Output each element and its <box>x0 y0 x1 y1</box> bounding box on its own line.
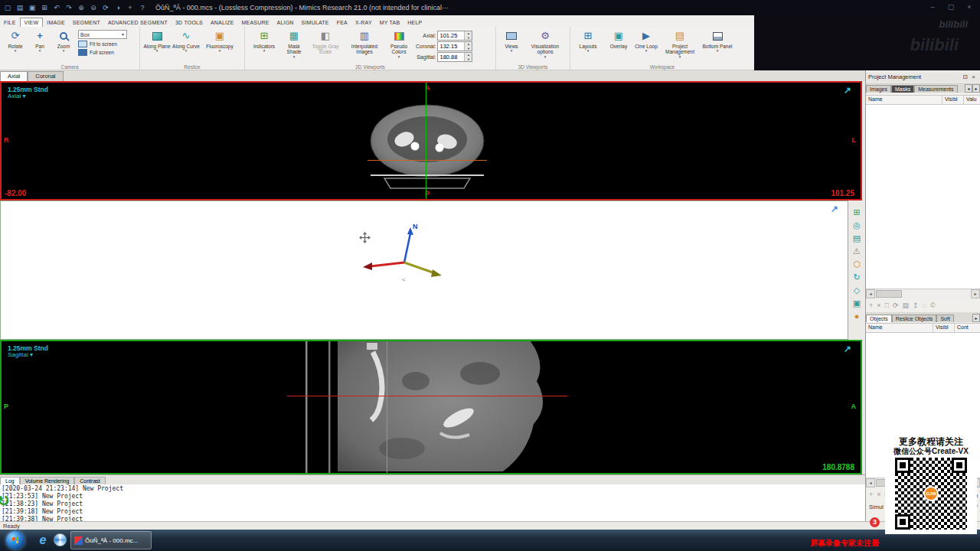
along-plane-button[interactable]: Along Plane <box>142 28 172 54</box>
plane-selector[interactable]: Sagittal ▾ <box>8 351 33 358</box>
fluoroscopy-button[interactable]: ▣ Fluoroscopy <box>201 28 239 54</box>
warning-icon[interactable]: ⚠ <box>853 246 861 257</box>
internet-explorer-icon[interactable]: e <box>35 533 51 548</box>
threed-viewport[interactable]: ↗ N < <box>0 201 848 340</box>
tab-analyze[interactable]: ANALIZE <box>207 18 238 27</box>
duplicate-item-icon[interactable]: □ <box>885 302 889 309</box>
top-pane-hscrollbar[interactable]: ◂ ▸ <box>866 289 980 298</box>
cine-loop-button[interactable]: ▶ Cine Loop <box>634 28 658 54</box>
spin-down-icon[interactable]: ▼ <box>465 57 472 62</box>
tab-segment[interactable]: SEGMENT <box>69 18 104 27</box>
new-file-icon[interactable]: ▢ <box>2 2 13 13</box>
maximize-viewport-icon[interactable]: ↗ <box>844 344 851 354</box>
save-icon[interactable]: ▣ <box>27 2 38 13</box>
minimize-button[interactable]: – <box>923 1 942 13</box>
close-panel-icon[interactable]: × <box>969 73 978 80</box>
grid-layout-icon[interactable]: ⊞ <box>853 207 860 218</box>
camera-mode-combobox[interactable]: Box ▼ <box>78 30 127 39</box>
refresh-icon[interactable]: ↻ <box>853 272 860 283</box>
notification-badge[interactable]: 3 <box>870 517 880 527</box>
column-visible[interactable]: Visibl <box>942 96 964 104</box>
tab-scroll-right-icon[interactable]: ▸ <box>972 84 980 93</box>
spin-down-icon[interactable]: ▼ <box>465 47 472 51</box>
viewport-tab-coronal[interactable]: Coronal <box>28 71 63 81</box>
along-curve-button[interactable]: ∿ Along Curve <box>172 28 201 54</box>
redo-icon[interactable]: ↷ <box>64 2 74 13</box>
column-value[interactable]: Valu <box>964 96 980 104</box>
plane-selector[interactable]: Axial ▾ <box>8 93 26 99</box>
sagittal-position-input[interactable] <box>438 53 464 61</box>
open-file-icon[interactable]: ▤ <box>15 2 25 13</box>
zoom-in-icon[interactable]: ⊕ <box>76 2 87 13</box>
column-name[interactable]: Name <box>866 96 942 104</box>
zoom-out-icon[interactable]: ⊖ <box>88 2 99 13</box>
print-view-icon[interactable]: ▤ <box>853 233 861 244</box>
full-screen-button[interactable]: Full screen <box>78 49 127 56</box>
maximize-button[interactable]: ▢ <box>942 1 960 13</box>
tab-reslice-objects[interactable]: Reslice Objects <box>892 315 937 322</box>
coronal-plane-indicator-line[interactable] <box>368 160 487 161</box>
add-item-icon[interactable]: + <box>869 302 873 309</box>
sagittal-plane-indicator-line[interactable] <box>426 83 426 199</box>
overlay-button[interactable]: ▣ Overlay <box>603 28 634 50</box>
tab-scroll-left-icon[interactable]: ◂ <box>965 84 972 93</box>
refresh-item-icon[interactable]: ⟳ <box>893 302 899 309</box>
contrast-tool-icon[interactable]: ◑ <box>113 2 123 13</box>
delete-item-icon[interactable]: × <box>877 491 880 498</box>
coronal-plane-indicator-line[interactable] <box>387 341 387 473</box>
interpolated-images-button[interactable]: ▥ Interpolated Images <box>344 28 385 56</box>
print-icon[interactable]: ⊞ <box>39 2 50 13</box>
layouts-button[interactable]: ⊞ Layouts <box>573 28 603 54</box>
bottom-panel-button[interactable]: Bottom Panel <box>701 28 733 54</box>
tab-fea[interactable]: FEA <box>333 18 351 27</box>
properties-icon[interactable]: ▤ <box>903 302 910 309</box>
sagittal-viewport[interactable]: 1.25mm Stnd Sagittal ▾ ↗ T B P A 180.878… <box>0 340 862 474</box>
start-button[interactable] <box>6 531 24 549</box>
undo-icon[interactable]: ↶ <box>51 2 62 13</box>
help-icon[interactable]: ? <box>137 2 148 13</box>
column-contrast[interactable]: Cont <box>955 324 980 332</box>
spin-down-icon[interactable]: ▼ <box>465 36 472 41</box>
tab-scroll-right-icon[interactable]: ▸ <box>972 314 980 322</box>
rotate-tool-icon[interactable]: ⟳ <box>100 2 111 13</box>
tab-objects[interactable]: Objects <box>866 315 892 322</box>
tab-images[interactable]: Images <box>866 85 891 93</box>
mask-shade-button[interactable]: ▦ Mask Shade <box>281 28 307 60</box>
scroll-left-icon[interactable]: ◂ <box>866 289 875 298</box>
column-visible[interactable]: Visibl <box>933 324 955 332</box>
scrollbar-thumb[interactable] <box>876 290 902 298</box>
crosshair-tool-icon[interactable]: + <box>125 2 136 13</box>
drop-tool-icon[interactable]: ● <box>854 311 860 322</box>
coronal-position-input[interactable] <box>438 42 464 51</box>
toggle-gray-scale-button[interactable]: ◧ Toggle Gray Scale <box>307 28 344 56</box>
views-button[interactable]: Views <box>498 28 524 54</box>
diamond-tool-icon[interactable]: ◇ <box>854 285 860 296</box>
tab-xray[interactable]: X-RAY <box>351 18 376 27</box>
tab-align[interactable]: ALIGN <box>273 18 298 27</box>
add-item-icon[interactable]: + <box>869 491 873 498</box>
axial-viewport[interactable]: 1.25mm Stnd Axial ▾ ↗ A P R L -82.00 101… <box>0 81 862 201</box>
tab-3d-tools[interactable]: 3D TOOLS <box>172 18 207 27</box>
tab-measure[interactable]: MEASURE <box>238 18 273 27</box>
indicators-button[interactable]: ⊞ Indicators <box>247 28 281 54</box>
browser-swirl-icon[interactable] <box>54 533 67 546</box>
tab-soft-tissue[interactable]: Soft <box>936 315 953 322</box>
masks-list[interactable] <box>866 105 980 289</box>
fit-to-screen-button[interactable]: Fit to screen <box>78 41 127 47</box>
export-item-icon[interactable]: ↥ <box>913 302 919 309</box>
tab-image[interactable]: IMAGE <box>43 18 69 27</box>
tab-simulate[interactable]: SIMULATE <box>298 18 333 27</box>
zoom-button[interactable]: Zoom <box>51 28 76 54</box>
tab-file[interactable]: FILE <box>0 18 20 27</box>
column-name[interactable]: Name <box>866 324 933 332</box>
taskbar-task-mimics[interactable]: ÕûÑ_ªÂ - 000.mc... <box>70 531 152 549</box>
close-button[interactable]: × <box>960 1 978 13</box>
info-icon[interactable]: © <box>930 302 936 309</box>
tab-log[interactable]: Log <box>0 477 20 484</box>
globe-icon[interactable]: ◎ <box>853 220 861 231</box>
project-management-button[interactable]: ▤ Project Management <box>658 28 701 60</box>
rotate-button[interactable]: ⟳ Rotate <box>2 28 28 54</box>
cube-tool-icon[interactable]: ▣ <box>853 298 861 309</box>
maximize-viewport-icon[interactable]: ↗ <box>831 204 838 214</box>
maximize-viewport-icon[interactable]: ↗ <box>844 85 851 96</box>
